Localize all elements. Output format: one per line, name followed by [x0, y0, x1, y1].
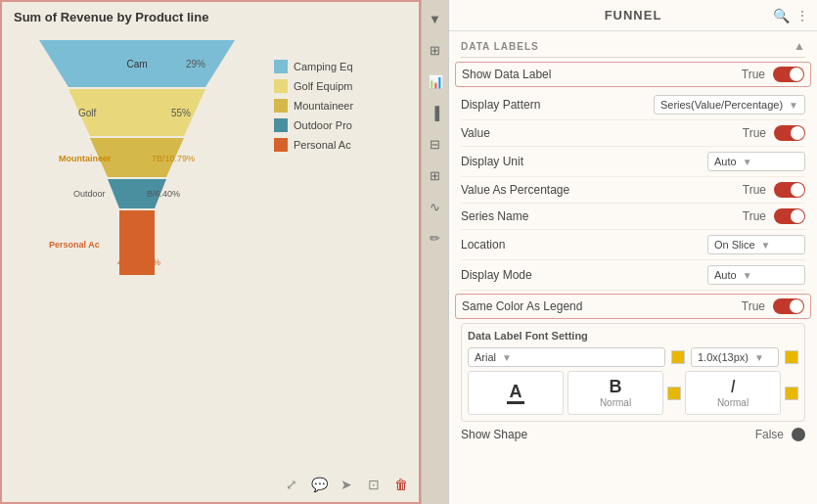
- font-style-buttons: A B Normal I Normal: [468, 371, 798, 415]
- show-data-label-toggle[interactable]: [773, 67, 804, 82]
- display-unit-arrow: ▼: [743, 157, 752, 167]
- italic-style-btn[interactable]: I Normal: [685, 371, 781, 415]
- value-as-pct-label: Value As Percentage: [461, 183, 743, 197]
- svg-text:29%: 29%: [186, 59, 205, 69]
- sidebar-line-icon[interactable]: ∿: [425, 196, 446, 217]
- underline-indicator: [507, 401, 524, 404]
- font-dropdown-arrow: ▼: [502, 352, 512, 363]
- show-shape-value: False: [755, 428, 784, 441]
- value-label: Value: [461, 126, 743, 140]
- size-color-swatch[interactable]: [785, 350, 798, 364]
- show-data-label-value: True: [742, 68, 765, 81]
- weight-style-btn[interactable]: B Normal: [567, 371, 663, 415]
- same-color-label: Same Color As Legend: [462, 299, 742, 313]
- search-icon[interactable]: 🔍: [773, 8, 790, 23]
- display-mode-row: Display Mode Auto ▼: [461, 260, 805, 291]
- display-pattern-label: Display Pattern: [461, 98, 654, 112]
- value-as-pct-toggle[interactable]: [774, 182, 805, 198]
- comment-icon[interactable]: 💬: [309, 475, 329, 494]
- show-shape-dot[interactable]: [792, 428, 805, 441]
- sidebar-filter-icon[interactable]: ▼: [425, 8, 446, 29]
- toggle-knob-3: [791, 183, 804, 197]
- copy-icon[interactable]: ⊡: [364, 475, 384, 494]
- sidebar-data-icon[interactable]: ⊞: [425, 39, 446, 61]
- legend-item-mountaineer: Mountaineer: [274, 99, 353, 113]
- font-settings-box: Data Label Font Setting Arial ▼ 1.0x(13p…: [461, 323, 805, 422]
- collapse-icon[interactable]: ▲: [794, 39, 805, 53]
- toggle-knob-4: [791, 209, 804, 223]
- series-name-row: Series Name True: [461, 204, 805, 230]
- more-icon[interactable]: ⋮: [795, 8, 809, 23]
- same-color-toggle[interactable]: [773, 298, 804, 314]
- weight-color-swatch[interactable]: [667, 387, 681, 400]
- bold-letter: A: [510, 383, 522, 400]
- location-arrow: ▼: [761, 240, 771, 251]
- legend-label-golf: Golf Equipm: [294, 80, 353, 92]
- font-family-row: Arial ▼ 1.0x(13px) ▼: [468, 347, 798, 367]
- chart-toolbar: ⤢ 💬 ➤ ⊡ 🗑: [282, 475, 411, 494]
- chart-area: Cam 29% Golf 55% Mountaineer 7B/10.79% O…: [10, 30, 411, 295]
- sidebar-table-icon[interactable]: ⊟: [425, 133, 446, 155]
- weight-letter: B: [610, 378, 622, 395]
- font-color-swatch[interactable]: [671, 350, 685, 364]
- location-label: Location: [461, 238, 707, 252]
- show-shape-label: Show Shape: [461, 428, 755, 441]
- panel-title: FUNNEL: [605, 8, 662, 23]
- display-unit-row: Display Unit Auto ▼: [461, 147, 805, 177]
- sidebar-calendar-icon[interactable]: ⊞: [425, 164, 446, 186]
- show-data-label-row: Show Data Label True: [455, 62, 811, 87]
- font-size-arrow: ▼: [754, 352, 764, 363]
- display-unit-dropdown[interactable]: Auto ▼: [707, 152, 805, 171]
- display-mode-dropdown[interactable]: Auto ▼: [707, 265, 805, 285]
- svg-text:4B/34.97%: 4B/34.97%: [117, 257, 160, 267]
- display-mode-label: Display Mode: [461, 268, 707, 282]
- toggle-knob-2: [791, 126, 804, 140]
- location-dropdown[interactable]: On Slice ▼: [707, 235, 805, 254]
- display-pattern-value: Series(Value/Percentage): [660, 99, 783, 111]
- chart-legend: Camping Eq Golf Equipm Mountaineer Outdo…: [264, 30, 353, 152]
- value-toggle[interactable]: [774, 125, 805, 141]
- series-name-label: Series Name: [461, 209, 743, 223]
- legend-color-mountaineer: [274, 99, 288, 113]
- sidebar-chart-icon[interactable]: 📊: [425, 70, 446, 92]
- svg-text:Personal Ac: Personal Ac: [49, 240, 100, 250]
- data-labels-section-header: DATA LABELS ▲: [461, 31, 805, 58]
- header-icons: 🔍 ⋮: [773, 8, 809, 23]
- legend-item-personal: Personal Ac: [274, 138, 353, 152]
- chart-panel: Sum of Revenue by Product line Cam 29% G…: [0, 0, 421, 504]
- right-panel: FUNNEL 🔍 ⋮ DATA LABELS ▲ Show Data Label…: [448, 0, 817, 504]
- share-icon[interactable]: ➤: [337, 475, 356, 494]
- sidebar-bar-icon[interactable]: ▐: [425, 102, 446, 123]
- font-family-dropdown[interactable]: Arial ▼: [468, 347, 665, 367]
- weight-label-sub: Normal: [600, 397, 631, 408]
- show-shape-row: Show Shape False: [461, 422, 805, 447]
- font-section-title: Data Label Font Setting: [468, 330, 798, 342]
- show-data-label-label: Show Data Label: [462, 68, 742, 81]
- display-pattern-row: Display Pattern Series(Value/Percentage)…: [461, 90, 805, 120]
- expand-icon[interactable]: ⤢: [282, 475, 301, 494]
- svg-text:Golf: Golf: [78, 108, 97, 118]
- delete-icon[interactable]: 🗑: [391, 475, 411, 494]
- location-value: On Slice: [714, 239, 755, 251]
- chart-title: Sum of Revenue by Product line: [14, 10, 411, 24]
- legend-label-outdoor: Outdoor Pro: [294, 119, 352, 131]
- italic-letter: I: [730, 378, 735, 395]
- font-family-value: Arial: [475, 351, 496, 363]
- same-color-val: True: [742, 299, 765, 313]
- legend-label-camping: Camping Eq: [294, 61, 353, 72]
- svg-text:Cam: Cam: [126, 59, 147, 69]
- font-size-dropdown[interactable]: 1.0x(13px) ▼: [691, 347, 779, 367]
- svg-text:55%: 55%: [171, 108, 191, 118]
- svg-text:B/6.40%: B/6.40%: [147, 189, 180, 199]
- series-name-toggle[interactable]: [774, 208, 805, 224]
- font-size-value: 1.0x(13px): [698, 351, 749, 363]
- italic-color-swatch[interactable]: [785, 387, 798, 400]
- bold-style-btn[interactable]: A: [468, 371, 564, 415]
- display-pattern-dropdown[interactable]: Series(Value/Percentage) ▼: [654, 95, 805, 115]
- same-color-legend-row: Same Color As Legend True: [455, 294, 811, 319]
- display-unit-label: Display Unit: [461, 155, 707, 168]
- value-as-percentage-row: Value As Percentage True: [461, 177, 805, 204]
- legend-color-camping: [274, 60, 288, 73]
- legend-label-personal: Personal Ac: [294, 139, 351, 151]
- sidebar-pencil-icon[interactable]: ✏: [425, 227, 446, 249]
